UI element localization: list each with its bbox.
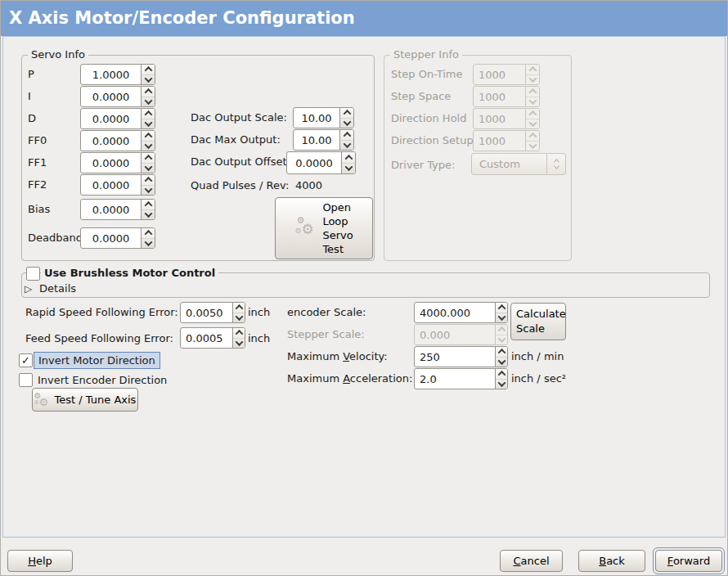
encoder-scale-value[interactable]: 4000.000 xyxy=(415,303,495,322)
invert-motor-checkbox[interactable]: ✓ xyxy=(19,353,33,367)
encoder-scale-spinbox[interactable]: 4000.000 xyxy=(414,302,508,323)
dac-output-offset-label: Dac Output Offset: xyxy=(191,155,290,169)
deadband-value[interactable]: 0.0000 xyxy=(81,228,141,248)
dac-output-scale-value[interactable]: 10.00 xyxy=(294,108,339,128)
dac-max-output-spinbox[interactable]: 10.00 xyxy=(293,129,354,151)
ff0-spinbox[interactable]: 0.0000 xyxy=(80,130,155,151)
i-spin-buttons[interactable] xyxy=(141,87,155,106)
encoder-scale-spin-buttons[interactable] xyxy=(495,303,507,322)
spin-down-icon xyxy=(340,119,353,128)
step-space-spin-buttons xyxy=(525,87,539,106)
use-brushless-checkbox[interactable] xyxy=(26,267,40,281)
spin-up-icon xyxy=(142,175,155,186)
feed-error-spinbox[interactable]: 0.0005 xyxy=(180,327,245,349)
test-tune-axis-button[interactable]: ⚙ ⚙ ⚙ Test / Tune Axis xyxy=(32,388,138,412)
spin-up-icon xyxy=(526,109,539,119)
details-expander-label[interactable]: Details xyxy=(39,282,76,295)
feed-error-spin-buttons[interactable] xyxy=(232,328,245,348)
open-loop-line: Test xyxy=(322,242,353,256)
ff0-spin-buttons[interactable] xyxy=(141,131,155,151)
max-acceleration-value[interactable]: 2.0 xyxy=(415,369,495,389)
dac-output-offset-value[interactable]: 0.0000 xyxy=(287,152,341,173)
max-velocity-spin-buttons[interactable] xyxy=(495,347,507,367)
spin-down-icon xyxy=(142,119,155,129)
invert-encoder-label[interactable]: Invert Encoder Direction xyxy=(38,374,167,387)
bias-spinbox[interactable]: 0.0000 xyxy=(80,199,155,220)
bias-value[interactable]: 0.0000 xyxy=(81,200,141,219)
max-velocity-spinbox[interactable]: 250 xyxy=(414,346,508,367)
spin-up-icon xyxy=(142,153,155,164)
spin-up-icon xyxy=(142,65,155,75)
spin-up-icon xyxy=(496,369,507,380)
stepper-scale-label: Stepper Scale: xyxy=(287,328,365,341)
dac-output-scale-spinbox[interactable]: 10.00 xyxy=(293,107,354,128)
spin-down-icon xyxy=(233,313,245,323)
ff1-spinbox[interactable]: 0.0000 xyxy=(80,152,155,173)
dac-max-output-label: Dac Max Output: xyxy=(191,133,281,146)
max-acceleration-label: Maximum Acceleration: xyxy=(287,372,412,385)
dac-output-offset-spinbox[interactable]: 0.0000 xyxy=(286,151,356,174)
spin-down-icon xyxy=(526,142,539,151)
cancel-button[interactable]: Cancel xyxy=(500,550,563,572)
ff0-value[interactable]: 0.0000 xyxy=(81,131,141,151)
ff2-spin-buttons[interactable] xyxy=(141,175,155,195)
d-value[interactable]: 0.0000 xyxy=(81,109,141,128)
open-loop-line: Servo xyxy=(322,228,353,242)
max-acceleration-unit: inch / sec² xyxy=(511,372,566,385)
spin-down-icon xyxy=(526,75,539,85)
spin-up-icon xyxy=(142,131,155,142)
step-space-value: 1000 xyxy=(474,87,525,106)
test-tune-axis-label: Test / Tune Axis xyxy=(55,394,137,406)
direction-hold-label: Direction Hold xyxy=(391,112,466,125)
dac-output-scale-spin-buttons[interactable] xyxy=(339,108,353,128)
page-title: X Axis Motor/Encoder Configuration xyxy=(1,1,727,36)
dac-output-offset-spin-buttons[interactable] xyxy=(341,152,355,173)
spin-down-icon xyxy=(142,97,155,107)
dac-max-output-spin-buttons[interactable] xyxy=(339,130,353,150)
back-button[interactable]: Back xyxy=(578,550,645,572)
spin-down-icon xyxy=(142,164,155,173)
deadband-spin-buttons[interactable] xyxy=(141,228,155,248)
max-velocity-value[interactable]: 250 xyxy=(415,347,495,367)
open-loop-servo-test-button[interactable]: ⚙ ⚙ ⚙ Open Loop Servo Test xyxy=(275,197,373,259)
ff2-value[interactable]: 0.0000 xyxy=(81,175,141,195)
i-value[interactable]: 0.0000 xyxy=(81,87,141,106)
ff2-spinbox[interactable]: 0.0000 xyxy=(80,174,155,196)
direction-setup-spin-buttons xyxy=(525,131,539,151)
spin-up-icon xyxy=(340,108,353,119)
direction-hold-value: 1000 xyxy=(474,109,525,128)
use-brushless-label[interactable]: Use Brushless Motor Control xyxy=(41,267,218,280)
ff1-spin-buttons[interactable] xyxy=(141,153,155,173)
p-spin-buttons[interactable] xyxy=(141,65,155,84)
max-acceleration-spinbox[interactable]: 2.0 xyxy=(414,368,508,389)
i-spinbox[interactable]: 0.0000 xyxy=(80,86,155,107)
deadband-spinbox[interactable]: 0.0000 xyxy=(80,227,155,249)
d-spin-buttons[interactable] xyxy=(141,109,155,128)
help-button[interactable]: Help xyxy=(7,550,73,572)
rapid-error-spinbox[interactable]: 0.0050 xyxy=(180,302,245,323)
direction-setup-value: 1000 xyxy=(474,131,525,151)
max-velocity-label: Maximum Velocity: xyxy=(287,350,388,363)
driver-type-label: Driver Type: xyxy=(391,159,455,172)
ff1-value[interactable]: 0.0000 xyxy=(81,153,141,173)
p-value[interactable]: 1.0000 xyxy=(81,65,141,84)
bias-spin-buttons[interactable] xyxy=(141,200,155,219)
spin-down-icon xyxy=(142,186,155,196)
combo-arrows-icon xyxy=(546,154,565,174)
invert-encoder-checkbox[interactable] xyxy=(19,373,33,387)
max-acceleration-spin-buttons[interactable] xyxy=(495,369,507,389)
forward-button[interactable]: Forward xyxy=(655,550,722,572)
p-spinbox[interactable]: 1.0000 xyxy=(80,64,155,85)
bias-label: Bias xyxy=(28,203,50,216)
d-label: D xyxy=(28,112,36,125)
invert-motor-label[interactable]: Invert Motor Direction xyxy=(34,352,160,369)
rapid-error-spin-buttons[interactable] xyxy=(232,303,245,322)
expander-triangle-icon[interactable]: ▷ xyxy=(25,283,32,295)
d-spinbox[interactable]: 0.0000 xyxy=(80,108,155,129)
feed-error-value[interactable]: 0.0005 xyxy=(181,328,232,348)
spin-down-icon xyxy=(496,335,507,345)
rapid-error-value[interactable]: 0.0050 xyxy=(181,303,232,322)
calculate-scale-button[interactable]: Calculate Scale xyxy=(510,303,566,340)
checkmark-icon: ✓ xyxy=(21,355,30,366)
dac-max-output-value[interactable]: 10.00 xyxy=(294,130,339,150)
